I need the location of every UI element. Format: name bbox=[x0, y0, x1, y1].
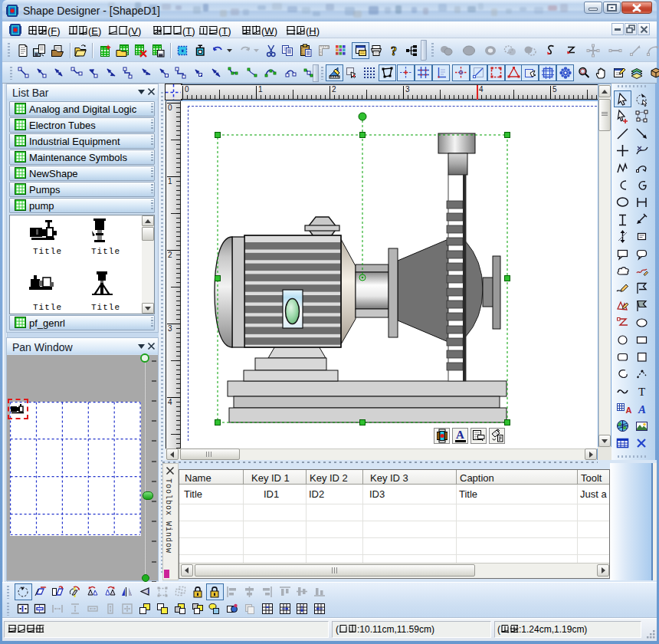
svg-text:?: ? bbox=[391, 44, 397, 58]
svg-text:A: A bbox=[626, 406, 632, 415]
svg-text:T: T bbox=[638, 386, 645, 398]
svg-text:A: A bbox=[638, 403, 646, 416]
